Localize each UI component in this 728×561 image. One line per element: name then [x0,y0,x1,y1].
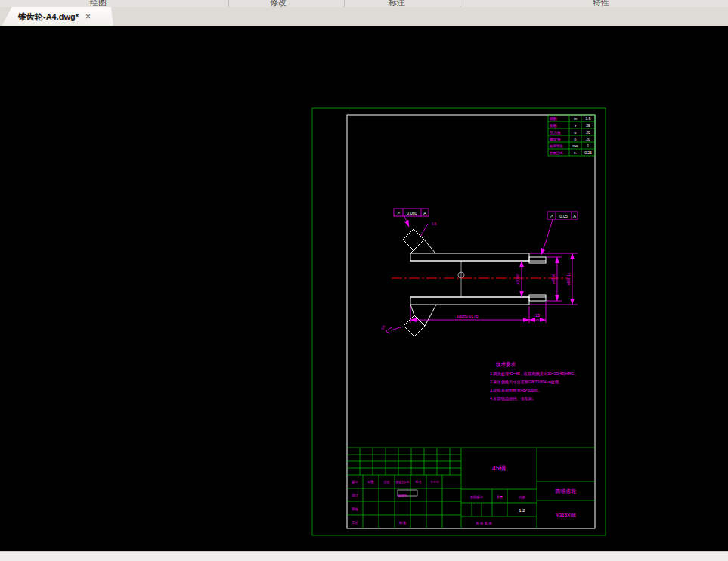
dim-step: 15 [535,313,540,318]
part-section-view[interactable] [403,229,546,336]
datum-letter: A [423,211,426,215]
rev-mark-label: 标记 [352,480,358,485]
cone-back-lines [410,240,436,326]
param-value: 20 [586,137,590,141]
param-symbol: β [575,137,577,141]
dim-outer: ⌀60h11 [566,273,571,286]
param-label: 压力角 [550,130,561,135]
sheet-inner-frame[interactable] [347,115,595,528]
dim-hub: ⌀45k6 [551,274,556,284]
scale-label: 比例 [519,495,525,500]
rev-sign-label: 签名 [415,480,422,484]
tolerance-value: 0.060 [407,211,417,215]
weight-label: 质量 [497,495,503,499]
ribbon-separator [228,0,229,7]
hub-wall-bottom [410,297,529,305]
title-block[interactable]: 标记 处数 分区 更改文件号 签名 年月日 设计 标准化 审核 工艺 批准 45… [347,448,595,528]
dim-bore: ⌀30H7 [516,273,520,284]
param-symbol: Fr [574,151,578,155]
gear-parameter-table[interactable]: 模数 m 3.5 齿数 z 25 压力角 α 20 螺旋角 β 20 精度等级 … [548,115,595,156]
rev-docno-label: 更改文件号 [396,480,410,484]
stub-wall-bottom [529,295,546,301]
role-check-label: 审核 [352,507,359,511]
param-value: 20 [586,130,590,135]
tech-notes-title: 技术要求 [495,361,516,367]
file-tab-label: 锥齿轮-A4.dwg* [18,11,79,23]
param-label: 齿数 [550,123,557,128]
roughness-value: 3.2 [380,324,386,330]
runout-symbol: ↗ [397,211,401,215]
runout-symbol: ↗ [550,214,553,219]
rev-date-label: 年月日 [430,480,439,484]
ribbon-separator [460,0,460,7]
sheet-count: 共 张 第 张 [476,522,492,525]
rev-count-label: 处数 [367,480,374,484]
leader-line [541,219,553,255]
dim-length: 100±0.0175 [456,314,478,318]
role-process-label: 工艺 [352,520,359,525]
material-spec: 45钢 [492,464,506,472]
param-symbol: m [574,116,577,121]
tech-note-line: 1.调质处理45~48，齿部高频淬火50~55(48)HRC。 [490,371,578,377]
extension-lines [410,253,578,323]
stub-wall-top [529,257,546,263]
param-label: 精度等级 [550,144,563,149]
ribbon-panel-annotate[interactable]: 标注 [389,0,405,7]
gear-tooth-top [403,229,424,250]
role-design-label: 设计 [352,493,359,497]
sheet-svg: 模数 m 3.5 齿数 z 25 压力角 α 20 螺旋角 β 20 精度等级 … [0,26,728,551]
param-value: 25 [586,123,590,128]
document-tab-bar: 锥齿轮-A4.dwg* × [0,7,728,26]
param-value: 3.5 [586,116,591,121]
param-value: 1 [587,144,590,148]
ribbon-strip: 绘图 修改 标注 特性 [0,0,728,7]
stage-mark-label: 阶段标记 [470,495,484,500]
leader-line [404,216,409,227]
tolerance-frame-right[interactable]: ↗ 0.05 A [541,212,578,255]
drawing-number: Y315X06 [556,513,576,518]
role-standard-label: 标准化 [398,494,407,498]
tab-close-icon[interactable]: × [85,12,91,21]
param-symbol: α [575,130,577,135]
param-value: 0.25 [584,150,592,155]
hub-wall-top [410,253,529,261]
ribbon-panel-props[interactable]: 特性 [593,0,609,7]
tolerance-frame-left[interactable]: ↗ 0.060 A [394,209,429,227]
tech-note-line: 3.轮齿表面粗糙度Ra<50μm。 [490,388,542,393]
tolerance-value: 0.05 [559,214,568,219]
roughness-symbol [421,224,428,236]
param-symbol: 7HK [572,144,579,148]
technical-notes[interactable]: 技术要求 1.调质处理45~48，齿部高频淬火50~55(48)HRC。 2.未… [490,361,578,401]
ribbon-panel-modify[interactable]: 修改 [270,0,287,7]
param-label: 螺旋角 [550,137,561,142]
dimension-set[interactable]: 100±0.0175 15 ⌀60h11 ⌀45k6 ⌀30H7 [410,253,578,323]
ribbon-panel-draw[interactable]: 绘图 [90,0,107,7]
role-approve-label: 批准 [398,521,407,525]
tech-note-line: 2.未注倒角尺寸公差按GB/T1804-m处理。 [490,380,562,385]
gear-tooth-bottom [404,315,425,336]
param-label: 齿圈径跳 [550,151,563,155]
file-tab[interactable]: 锥齿轮-A4.dwg* × [2,7,113,26]
ribbon-separator [344,0,345,7]
part-title: 圆锥齿轮 [556,488,577,494]
datum-letter: A [573,214,576,219]
param-label: 模数 [550,116,557,121]
scale-value: 1:2 [519,508,525,513]
tech-note-line: 4.全部锐边倒钝、去毛刺。 [490,396,536,401]
rev-zone-label: 分区 [383,480,390,484]
roughness-value: 1.6 [432,222,437,226]
sheet-outer-border[interactable] [312,108,606,535]
param-symbol: z [575,123,577,128]
drawing-canvas[interactable]: 模数 m 3.5 齿数 z 25 压力角 α 20 螺旋角 β 20 精度等级 … [0,26,728,551]
horizontal-scrollbar[interactable] [0,551,728,561]
